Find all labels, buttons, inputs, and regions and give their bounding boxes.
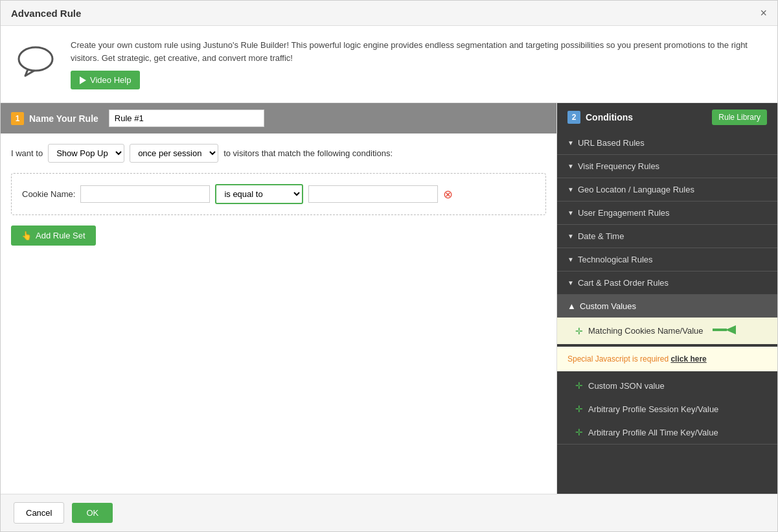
advanced-rule-modal: Advanced Rule × Create your own custom r… (0, 0, 778, 532)
chevron-down-icon-6: ▼ (567, 256, 574, 263)
category-datetime-label: Date & Time (578, 231, 624, 241)
category-custom-label: Custom Values (580, 301, 636, 311)
cookie-name-label: Cookie Name: (22, 189, 75, 199)
show-select[interactable]: Show Pop Up Hide Pop Up (48, 144, 124, 163)
category-url-header[interactable]: ▼ URL Based Rules (557, 132, 777, 154)
drag-icon-profile-session: ✛ (575, 404, 583, 414)
condition-item-profile-session[interactable]: ✛ Arbitrary Profile Session Key/Value (557, 397, 777, 421)
right-header-left: 2 Conditions (567, 111, 633, 124)
value-input[interactable] (308, 185, 438, 203)
close-button[interactable]: × (760, 7, 767, 19)
left-panel: 1 Name Your Rule I want to Show Pop Up H… (1, 103, 557, 494)
special-notice: Special Javascript is required click her… (557, 347, 777, 371)
condition-profile-session-label: Arbitrary Profile Session Key/Value (588, 404, 718, 414)
add-rule-set-button[interactable]: 👆 Add Rule Set (11, 226, 96, 246)
category-cart-label: Cart & Past Order Rules (578, 278, 669, 288)
condition-item-profile-alltime[interactable]: ✛ Arbitrary Profile All Time Key/Value (557, 421, 777, 444)
drag-icon-json: ✛ (575, 380, 583, 391)
cancel-button[interactable]: Cancel (14, 502, 64, 524)
section-number-2: 2 (567, 111, 580, 124)
condition-item-cookies[interactable]: ✛ Matching Cookies Name/Value (557, 318, 777, 344)
condition-json-label: Custom JSON value (588, 381, 665, 391)
video-help-label: Video Help (90, 75, 131, 85)
section-number-1: 1 (11, 112, 24, 125)
condition-suffix: to visitors that match the following con… (223, 148, 393, 158)
category-custom: ▲ Custom Values ✛ Matching Cookies Name/… (557, 295, 777, 445)
category-tech: ▼ Technological Rules (557, 248, 777, 272)
chevron-down-icon-5: ▼ (567, 233, 574, 240)
frequency-select[interactable]: once per session always once per day (130, 144, 218, 163)
right-header: 2 Conditions Rule Library (557, 103, 777, 132)
condition-sentence: I want to Show Pop Up Hide Pop Up once p… (11, 144, 546, 163)
chat-icon (16, 45, 55, 84)
category-geo: ▼ Geo Locaton / Language Rules (557, 178, 777, 202)
drag-icon-profile-alltime: ✛ (575, 427, 583, 437)
video-help-button[interactable]: Video Help (71, 71, 140, 89)
rule-library-button[interactable]: Rule Library (712, 110, 767, 125)
category-url: ▼ URL Based Rules (557, 132, 777, 155)
modal-title: Advanced Rule (11, 8, 81, 19)
conditions-list: ▼ URL Based Rules ▼ Visit Frequency Rule… (557, 132, 777, 494)
intro-section: Create your own custom rule using Justun… (1, 26, 777, 103)
svg-point-0 (19, 47, 52, 71)
category-engagement-header[interactable]: ▼ User Engagement Rules (557, 202, 777, 224)
chevron-up-icon: ▲ (567, 301, 576, 311)
remove-rule-button[interactable]: ⊗ (443, 189, 453, 200)
cookie-name-input[interactable] (80, 185, 210, 203)
left-section-header: 1 Name Your Rule (1, 103, 556, 133)
modal-footer: Cancel OK (1, 494, 777, 531)
modal-body: Create your own custom rule using Justun… (1, 26, 777, 494)
special-notice-text: Special Javascript is required (567, 354, 670, 364)
chevron-down-icon-7: ▼ (567, 279, 574, 286)
chevron-down-icon-2: ▼ (567, 163, 574, 170)
rule-name-input[interactable] (109, 110, 264, 127)
rule-set-box: Cookie Name: is equal to is not equal to… (11, 173, 546, 215)
drag-icon-cookies: ✛ (575, 326, 583, 336)
category-visit: ▼ Visit Frequency Rules (557, 155, 777, 178)
category-visit-header[interactable]: ▼ Visit Frequency Rules (557, 155, 777, 178)
svg-marker-1 (726, 325, 736, 334)
ok-button[interactable]: OK (72, 503, 113, 523)
category-custom-header[interactable]: ▲ Custom Values (557, 295, 777, 318)
category-tech-header[interactable]: ▼ Technological Rules (557, 248, 777, 271)
right-section-title: Conditions (586, 112, 633, 122)
play-icon (80, 76, 86, 84)
click-here-link[interactable]: click here (670, 354, 706, 364)
i-want-to-label: I want to (11, 148, 43, 158)
condition-profile-alltime-label: Arbitrary Profile All Time Key/Value (588, 428, 718, 437)
arrow-right-icon (713, 324, 736, 338)
conditions-area: I want to Show Pop Up Hide Pop Up once p… (1, 133, 556, 494)
intro-content: Create your own custom rule using Justun… (71, 39, 762, 89)
left-section-title: Name Your Rule (29, 113, 98, 124)
category-engagement-label: User Engagement Rules (578, 208, 670, 218)
condition-cookies-label: Matching Cookies Name/Value (588, 326, 704, 336)
add-rule-set-label: Add Rule Set (36, 231, 86, 240)
category-geo-header[interactable]: ▼ Geo Locaton / Language Rules (557, 178, 777, 201)
operator-select[interactable]: is equal to is not equal to contains doe… (215, 184, 303, 204)
category-geo-label: Geo Locaton / Language Rules (578, 185, 694, 194)
right-panel: 2 Conditions Rule Library ▼ URL Based Ru… (557, 103, 777, 494)
modal-header: Advanced Rule × (1, 1, 777, 26)
svg-rect-2 (713, 329, 727, 331)
category-url-label: URL Based Rules (578, 138, 645, 148)
category-datetime-header[interactable]: ▼ Date & Time (557, 225, 777, 248)
chevron-down-icon-4: ▼ (567, 209, 574, 216)
category-cart-header[interactable]: ▼ Cart & Past Order Rules (557, 272, 777, 294)
hand-icon: 👆 (21, 231, 32, 240)
chevron-down-icon: ▼ (567, 139, 574, 146)
chevron-down-icon-3: ▼ (567, 186, 574, 193)
category-cart: ▼ Cart & Past Order Rules (557, 272, 777, 295)
category-tech-label: Technological Rules (578, 255, 653, 264)
main-content: 1 Name Your Rule I want to Show Pop Up H… (1, 103, 777, 494)
condition-item-json[interactable]: ✛ Custom JSON value (557, 374, 777, 397)
category-engagement: ▼ User Engagement Rules (557, 202, 777, 225)
intro-text: Create your own custom rule using Justun… (71, 39, 762, 64)
rule-row: Cookie Name: is equal to is not equal to… (22, 184, 535, 204)
category-datetime: ▼ Date & Time (557, 225, 777, 248)
category-visit-label: Visit Frequency Rules (578, 161, 659, 171)
